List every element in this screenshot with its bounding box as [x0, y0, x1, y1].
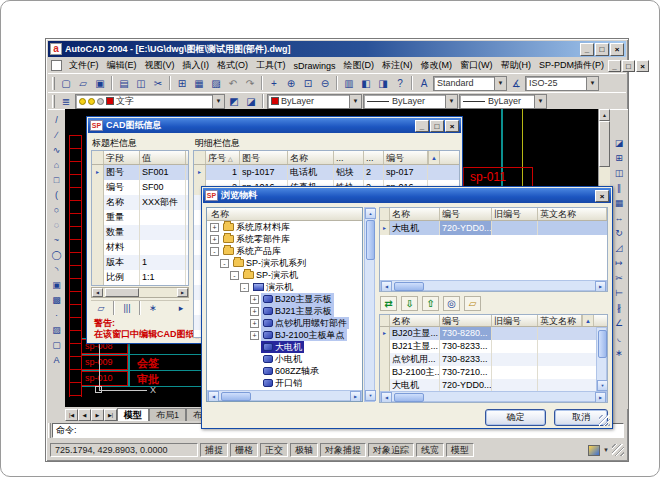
region-icon[interactable]: ▢	[49, 338, 64, 352]
tree-item-cotter-pin[interactable]: 开口销	[207, 377, 362, 389]
scroll-down-icon[interactable]: ▼	[597, 380, 608, 391]
redo-icon[interactable]: ↷	[242, 76, 258, 91]
combo-arrow-icon[interactable]: ▼	[445, 95, 457, 108]
maximize-button[interactable]: □	[595, 43, 609, 56]
column-header[interactable]: 名称	[288, 151, 334, 164]
dialog-resize-grip[interactable]	[599, 415, 610, 426]
undo-icon[interactable]: ↶	[225, 76, 241, 91]
tree-item-demo-machine[interactable]: - 演示机	[207, 281, 362, 293]
scroll-left-icon[interactable]: ◀	[92, 288, 103, 297]
column-header[interactable]: 旧编号	[492, 208, 538, 220]
construction-line-icon[interactable]: ∕	[49, 128, 64, 142]
expander-icon[interactable]: +	[250, 295, 259, 304]
offset-icon[interactable]: ∥	[612, 181, 627, 195]
column-header[interactable]: 名称	[390, 315, 440, 326]
table-row[interactable]: ▸ 图号 SF001	[92, 165, 188, 180]
expander-icon[interactable]: -	[240, 283, 249, 292]
expander-icon[interactable]: -	[230, 271, 239, 280]
fillet-icon[interactable]: ◟	[612, 331, 627, 345]
column-header[interactable]: 英文名称	[538, 315, 582, 326]
dim-style-icon[interactable]: ∡	[508, 76, 524, 91]
material-tree[interactable]: 名称 + 系统原材料库 + 系统零部件库 - 系统产品库 - SP-演示机系列 …	[206, 207, 363, 402]
rectangle-icon[interactable]: □	[49, 173, 64, 187]
menu-sp-pdm[interactable]: SP-PDM插件(P)	[535, 59, 608, 72]
expander-icon[interactable]: +	[210, 223, 219, 232]
toolbar-grip[interactable]	[52, 95, 55, 108]
tree-item-bearing[interactable]: 608ZZ轴承	[207, 365, 362, 377]
ellipse-arc-icon[interactable]: ◝	[49, 263, 64, 277]
expander-icon[interactable]: +	[210, 235, 219, 244]
scrollbar-thumb[interactable]	[598, 330, 607, 358]
rotate-icon[interactable]: ↻	[612, 226, 627, 240]
table-row[interactable]: 材料	[92, 240, 188, 255]
mdi-close-button[interactable]: ×	[636, 60, 649, 72]
copy-icon[interactable]: ⊞	[174, 76, 190, 91]
bottom-table-hscrollbar[interactable]: ◀ ▶	[380, 391, 607, 402]
mtext-icon[interactable]: A	[49, 353, 64, 367]
expander-icon[interactable]: -	[220, 259, 229, 268]
text-style-combo[interactable]: Standard ▼	[433, 76, 507, 91]
arc-icon[interactable]: (	[49, 188, 64, 202]
table-row[interactable]: 编号 SF00	[92, 180, 188, 195]
print-preview-icon[interactable]: ◫	[133, 76, 149, 91]
save-icon[interactable]: ▣	[92, 76, 108, 91]
scrollbar-thumb[interactable]	[221, 392, 251, 401]
scrollbar-thumb[interactable]	[599, 121, 610, 167]
scrollbar-thumb[interactable]	[394, 393, 424, 402]
combo-arrow-icon[interactable]: ▼	[534, 95, 546, 108]
titleblock-hscrollbar[interactable]: ◀ ▶	[91, 287, 189, 298]
window-resize-grip[interactable]	[612, 444, 624, 456]
status-toggle-ortho[interactable]: 正交	[260, 443, 288, 457]
scroll-left-icon[interactable]: ◀	[381, 392, 392, 403]
bottom-table-vscrollbar[interactable]: ▼	[596, 327, 607, 392]
menu-modify[interactable]: 修改(M)	[417, 59, 457, 72]
scroll-right-icon[interactable]: ▶	[595, 392, 606, 403]
ok-button[interactable]: 确定	[485, 409, 546, 426]
window-titlebar[interactable]: a AutoCAD 2004 - [E:\UG\dwg\图框\测试用图(部件).…	[48, 41, 626, 57]
browse-dialog-titlebar[interactable]: SP 浏览物料 ×	[203, 188, 611, 203]
array-icon[interactable]: ▦	[612, 196, 627, 210]
table-row[interactable]: ▸ 1 sp-1017 电话机 铝块 2 sp-017	[194, 165, 459, 180]
status-toggle-otrack[interactable]: 对象追踪	[368, 443, 414, 457]
table-row[interactable]: 数量	[92, 225, 188, 240]
scrollbar-thumb[interactable]	[105, 288, 139, 297]
scrollbar-thumb[interactable]	[366, 220, 375, 260]
mdi-minimize-button[interactable]: _	[608, 60, 621, 72]
selected-material-table[interactable]: 名称 编号 旧编号 英文名称 ▸ 大电机 720-YDD0... ◀ ▶	[379, 207, 608, 292]
zoom-window-icon[interactable]: ⊡	[300, 76, 316, 91]
spline-icon[interactable]: ~	[49, 233, 64, 247]
circle-icon[interactable]: ○	[49, 203, 64, 217]
text-style-icon[interactable]: A	[416, 76, 432, 91]
menu-edit[interactable]: 编辑(E)	[103, 59, 141, 72]
status-toggle-grid[interactable]: 栅格	[230, 443, 258, 457]
tree-item-screw-parts[interactable]: + 点钞机用螺钉部件	[207, 317, 362, 329]
break-icon[interactable]: ∦	[612, 301, 627, 315]
status-menu-arrow-icon[interactable]: ▼	[603, 447, 609, 453]
info-window-titlebar[interactable]: SP CAD图纸信息 _ □ ×	[88, 118, 461, 133]
match-properties-icon[interactable]: ▨	[208, 76, 224, 91]
dim-style-combo[interactable]: ISO-25 ▼	[525, 76, 599, 91]
trim-icon[interactable]: ✂	[612, 271, 627, 285]
zoom-previous-icon[interactable]: ⊖	[317, 76, 333, 91]
tab-layout1[interactable]: 布局1	[149, 408, 186, 421]
more-tools-icon[interactable]: ▸	[173, 301, 189, 315]
tree-item-demo-machine-folder[interactable]: - SP-演示机	[207, 269, 362, 281]
tree-item-raw-materials[interactable]: + 系统原材料库	[207, 221, 362, 233]
table-row[interactable]: ▸ BJ20主显... 730-8280...	[380, 327, 607, 340]
material-list-table[interactable]: 名称 编号 旧编号 英文名称 ▲ ▸ BJ20主显... 730-8280...…	[379, 314, 608, 403]
scrollbar-thumb[interactable]	[394, 282, 424, 291]
scroll-right-icon[interactable]: ▶	[177, 288, 188, 297]
column-header[interactable]: 英文名称	[538, 208, 607, 220]
menu-format[interactable]: 格式(O)	[213, 59, 252, 72]
info-minimize-button[interactable]: _	[415, 120, 429, 132]
table-row[interactable]: 名称 XXX部件	[92, 195, 188, 210]
column-header[interactable]: 名称	[390, 208, 440, 220]
column-header[interactable]: 编号	[384, 151, 428, 164]
scroll-right-icon[interactable]: ▶	[595, 281, 606, 292]
column-header[interactable]: 编号	[440, 208, 492, 220]
expander-icon[interactable]: +	[250, 307, 259, 316]
menu-insert[interactable]: 插入(I)	[179, 59, 214, 72]
columns-icon[interactable]: |||	[119, 301, 135, 315]
erase-icon[interactable]: ◪	[612, 136, 627, 150]
menu-help[interactable]: 帮助(H)	[497, 59, 536, 72]
